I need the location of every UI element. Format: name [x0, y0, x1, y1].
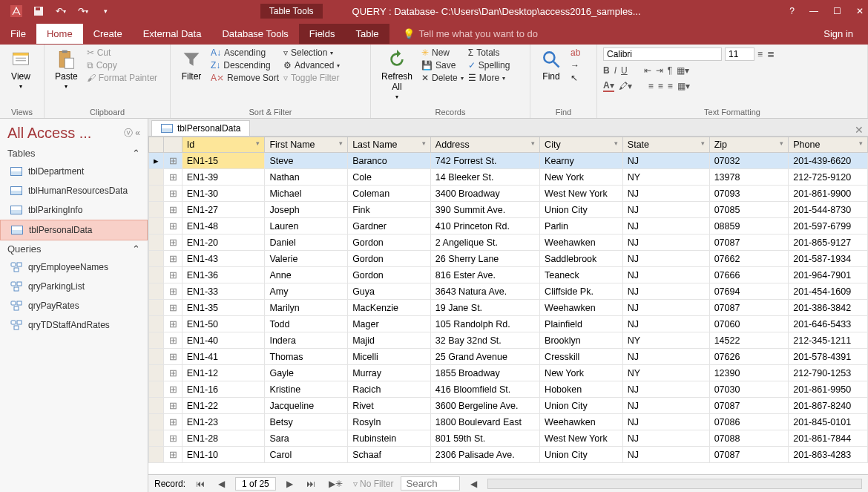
table-row[interactable]: ⊞EN1-30MichaelColeman3400 BroadwayWest N…	[149, 186, 868, 202]
row-selector[interactable]	[149, 365, 164, 381]
column-dropdown-icon[interactable]: ▾	[614, 140, 618, 147]
save-icon[interactable]	[33, 5, 45, 17]
column-header[interactable]: First Name▾	[265, 137, 348, 153]
row-selector[interactable]	[149, 447, 164, 463]
cell[interactable]: Murray	[348, 365, 431, 381]
tab-external-data[interactable]: External Data	[133, 24, 212, 44]
cell[interactable]: Gordon	[348, 267, 431, 283]
cell[interactable]: 07662	[709, 251, 789, 267]
cell[interactable]: 201-865-9127	[789, 234, 868, 251]
cell[interactable]: NJ	[622, 186, 709, 202]
save-button[interactable]: 💾Save	[421, 60, 464, 70]
indent-decrease-icon[interactable]: ⇤	[644, 65, 651, 76]
cell[interactable]: 201-861-9950	[789, 381, 868, 398]
cell[interactable]: Lauren	[265, 218, 348, 234]
cell[interactable]: 1855 Broadway	[430, 365, 539, 381]
cell[interactable]: Rubinstein	[348, 430, 431, 447]
cell[interactable]: Weehawken	[540, 414, 623, 430]
align-right-icon[interactable]: ≡	[668, 81, 673, 91]
cell[interactable]: 32 Bay 32nd St.	[430, 332, 539, 349]
cell[interactable]: 07093	[709, 186, 789, 202]
cell[interactable]: 2 Angelique St.	[430, 234, 539, 251]
new-button[interactable]: ✳New	[421, 47, 464, 58]
cell[interactable]: Jacqueline	[265, 398, 348, 414]
cell[interactable]: 07030	[709, 381, 789, 398]
cell[interactable]: Michael	[265, 186, 348, 202]
cell[interactable]: EN1-35	[182, 300, 265, 316]
cell[interactable]: EN1-40	[182, 332, 265, 349]
row-selector[interactable]	[149, 381, 164, 398]
cell[interactable]: 07032	[709, 153, 789, 169]
first-record-button[interactable]: ⏮	[193, 479, 208, 489]
cell[interactable]: 07085	[709, 202, 789, 218]
cell[interactable]: 201-454-1609	[789, 283, 868, 300]
table-row[interactable]: ⊞EN1-41ThomasMicelli25 Grand AvenueCress…	[149, 349, 868, 365]
cell[interactable]: 201-386-3842	[789, 300, 868, 316]
cell[interactable]: 212-725-9120	[789, 169, 868, 186]
cell[interactable]: NJ	[622, 267, 709, 283]
cell[interactable]: 3600 Bergeline Ave.	[430, 398, 539, 414]
bullets-icon[interactable]: ≡	[757, 49, 763, 59]
cell[interactable]: Anne	[265, 267, 348, 283]
row-selector[interactable]	[149, 414, 164, 430]
column-dropdown-icon[interactable]: ▾	[859, 140, 863, 147]
cell[interactable]: 3400 Broadway	[430, 186, 539, 202]
cell[interactable]: Saddlebrook	[540, 251, 623, 267]
filter-button[interactable]: Filter	[177, 47, 206, 83]
toggle-filter-button[interactable]: ▿Toggle Filter	[283, 73, 340, 83]
column-header[interactable]: Id▾	[182, 137, 265, 153]
cell[interactable]: 3643 Natura Ave.	[430, 283, 539, 300]
nav-table-item[interactable]: tblPersonalData	[0, 220, 148, 240]
selection-button[interactable]: ▿Selection ▾	[283, 47, 340, 58]
cell[interactable]: 201-646-5433	[789, 316, 868, 332]
cell[interactable]: Steve	[265, 153, 348, 169]
cell[interactable]: EN1-20	[182, 234, 265, 251]
cell[interactable]: NJ	[622, 202, 709, 218]
column-header[interactable]: Phone▾	[789, 137, 868, 153]
cell[interactable]: 201-867-8240	[789, 398, 868, 414]
row-selector[interactable]	[149, 283, 164, 300]
cell[interactable]: 07626	[709, 349, 789, 365]
tables-group-header[interactable]: Tables⌃	[0, 145, 148, 162]
nav-table-item[interactable]: tblParkingInfo	[0, 200, 148, 220]
cut-button[interactable]: ✂Cut	[87, 47, 157, 58]
scroll-left-button[interactable]: ◀	[467, 479, 480, 489]
gridlines-icon[interactable]: ▦▾	[677, 81, 690, 91]
cell[interactable]: New York	[540, 365, 623, 381]
expand-button[interactable]: ⊞	[164, 153, 182, 169]
cell[interactable]: Majid	[348, 332, 431, 349]
cell[interactable]: EN1-10	[182, 447, 265, 463]
expand-button[interactable]: ⊞	[164, 332, 182, 349]
expand-button[interactable]: ⊞	[164, 202, 182, 218]
expand-button[interactable]: ⊞	[164, 218, 182, 234]
highlight-button[interactable]: 🖍▾	[619, 81, 632, 91]
column-dropdown-icon[interactable]: ▾	[701, 140, 705, 147]
nav-table-item[interactable]: tblDepartment	[0, 162, 148, 181]
next-record-button[interactable]: ▶	[283, 479, 296, 489]
table-row[interactable]: ⊞EN1-12GayleMurray1855 BroadwayNew YorkN…	[149, 365, 868, 381]
cell[interactable]: EN1-43	[182, 251, 265, 267]
cell[interactable]: Weehawken	[540, 300, 623, 316]
cell[interactable]: West New York	[540, 430, 623, 447]
row-selector[interactable]	[149, 169, 164, 186]
align-left-icon[interactable]: ≡	[648, 81, 654, 91]
table-row[interactable]: ⊞EN1-48LaurenGardner410 Princeton Rd.Par…	[149, 218, 868, 234]
nav-dropdown-icon[interactable]: ⓥ «	[124, 127, 140, 140]
font-name-input[interactable]	[603, 47, 722, 61]
column-dropdown-icon[interactable]: ▾	[256, 140, 260, 147]
cell[interactable]: 201-544-8730	[789, 202, 868, 218]
expand-button[interactable]: ⊞	[164, 398, 182, 414]
cell[interactable]: NJ	[622, 414, 709, 430]
expand-button[interactable]: ⊞	[164, 283, 182, 300]
undo-icon[interactable]: ↶▾	[55, 5, 67, 17]
cell[interactable]: Gordon	[348, 234, 431, 251]
cell[interactable]: Micelli	[348, 349, 431, 365]
cell[interactable]: Fink	[348, 202, 431, 218]
cell[interactable]: Union City	[540, 398, 623, 414]
cell[interactable]: Union City	[540, 202, 623, 218]
cell[interactable]: Carol	[265, 447, 348, 463]
table-row[interactable]: ⊞EN1-22JacquelineRivet3600 Bergeline Ave…	[149, 398, 868, 414]
cell[interactable]: EN1-36	[182, 267, 265, 283]
cell[interactable]: 07087	[709, 447, 789, 463]
cell[interactable]: Daniel	[265, 234, 348, 251]
